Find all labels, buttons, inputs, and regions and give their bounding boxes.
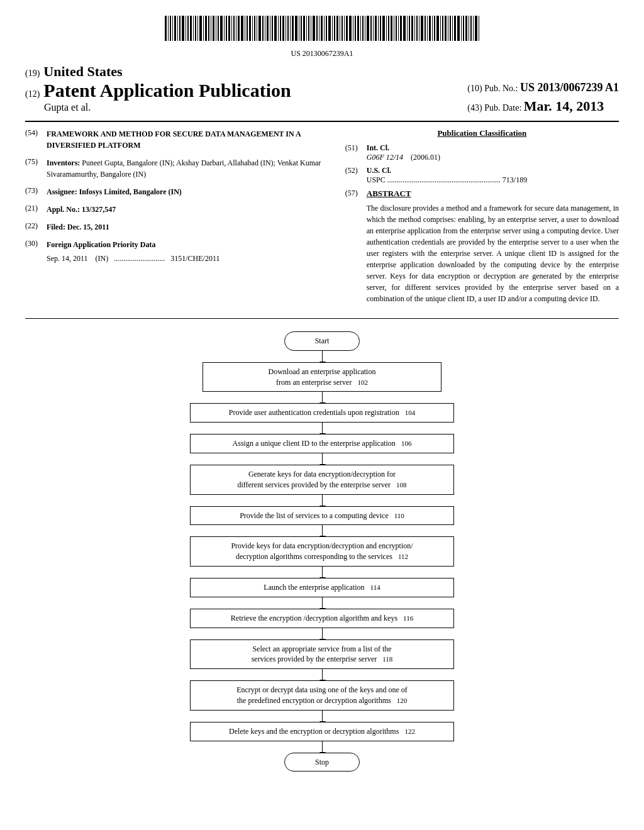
foreign-field: (30) Foreign Application Priority Data S…	[25, 239, 326, 264]
svg-rect-112	[452, 16, 453, 41]
abstract-text: The disclosure provides a method and a f…	[367, 202, 619, 304]
svg-rect-87	[388, 16, 389, 41]
flow-step-112-text: Provide keys for data encryption/decrypt…	[231, 541, 413, 561]
svg-rect-85	[382, 16, 385, 41]
svg-rect-109	[445, 16, 447, 41]
us-cl-label: U.S. Cl.	[367, 166, 391, 175]
arrow-1	[322, 392, 323, 403]
svg-rect-103	[429, 16, 431, 41]
filed-label: Filed:	[47, 223, 65, 231]
svg-rect-93	[403, 16, 406, 41]
appl-value: 13/327,547	[82, 205, 116, 214]
svg-rect-28	[236, 16, 236, 41]
svg-rect-76	[360, 16, 361, 41]
svg-rect-43	[274, 16, 277, 41]
svg-rect-75	[357, 16, 359, 41]
flow-step-120: Encrypt or decrypt data using one of the…	[190, 680, 454, 711]
header-left: (19) United States (12) Patent Applicati…	[25, 64, 455, 113]
svg-rect-107	[440, 16, 441, 41]
svg-rect-82	[375, 16, 377, 41]
svg-rect-16	[205, 16, 207, 41]
foreign-dots: ...........................	[114, 254, 165, 263]
svg-rect-84	[380, 16, 381, 41]
pub-date-prefix: Pub. Date:	[484, 103, 521, 113]
svg-rect-122	[479, 16, 479, 41]
patent-number: US 20130067239A1	[25, 49, 619, 58]
title-label: FRAMEWORK AND METHOD FOR SECURE DATA MAN…	[47, 130, 301, 150]
country-name: United States	[43, 64, 122, 80]
svg-rect-56	[308, 16, 309, 41]
svg-rect-22	[220, 16, 223, 41]
pub-type: Patent Application Publication	[43, 80, 291, 101]
svg-rect-61	[321, 16, 323, 41]
pub-no-label: (10)	[467, 84, 482, 93]
flow-step-108-num: 108	[396, 481, 407, 489]
svg-rect-48	[287, 16, 289, 41]
pub-date-line: (43) Pub. Date: Mar. 14, 2013	[467, 98, 619, 114]
country-label: (19)	[25, 69, 40, 79]
svg-rect-115	[461, 16, 462, 41]
svg-rect-42	[272, 16, 273, 41]
flow-step-102: Download an enterprise applicationfrom a…	[203, 362, 441, 392]
flow-start: Start	[284, 331, 360, 351]
arrow-9	[322, 669, 323, 680]
right-column: Publication Classification (51) Int. Cl.…	[345, 128, 619, 308]
flow-step-104-text: Provide user authentication credentials …	[229, 408, 399, 417]
svg-rect-7	[182, 16, 184, 41]
svg-rect-79	[367, 16, 369, 41]
svg-rect-2	[170, 16, 171, 41]
abstract-title: ABSTRACT	[367, 189, 619, 199]
svg-rect-104	[432, 16, 433, 41]
svg-rect-96	[411, 16, 413, 41]
svg-rect-37	[258, 16, 261, 41]
header: (19) United States (12) Patent Applicati…	[25, 64, 619, 114]
svg-rect-5	[177, 16, 178, 41]
svg-rect-34	[252, 16, 253, 41]
svg-rect-121	[475, 16, 477, 41]
assignee-num: (73)	[25, 186, 47, 197]
svg-rect-51	[295, 16, 297, 41]
foreign-country: (IN)	[96, 254, 109, 263]
svg-rect-39	[265, 16, 265, 41]
us-cl-num: (52)	[345, 166, 367, 185]
svg-rect-29	[238, 16, 240, 41]
svg-rect-26	[231, 16, 232, 41]
svg-rect-25	[228, 16, 230, 41]
svg-rect-113	[454, 16, 456, 41]
foreign-num: (30)	[25, 239, 47, 264]
svg-rect-62	[324, 16, 325, 41]
arrow-11	[322, 741, 323, 753]
svg-rect-91	[398, 16, 399, 41]
flow-step-118-num: 118	[382, 655, 392, 663]
svg-rect-77	[362, 16, 364, 41]
svg-rect-78	[365, 16, 365, 41]
abstract-row: (57) ABSTRACT The disclosure provides a …	[345, 189, 619, 304]
svg-rect-102	[427, 16, 428, 41]
arrow-2	[322, 423, 323, 434]
svg-rect-108	[442, 16, 443, 41]
svg-rect-92	[400, 16, 402, 41]
main-content: (54) FRAMEWORK AND METHOD FOR SECURE DAT…	[25, 128, 619, 308]
title-content: FRAMEWORK AND METHOD FOR SECURE DATA MAN…	[47, 128, 326, 151]
svg-rect-21	[218, 16, 219, 41]
assignee-field: (73) Assignee: Infosys Limited, Bangalor…	[25, 186, 326, 197]
flow-step-102-num: 102	[357, 379, 368, 386]
int-cl-code: G06F 12/14	[367, 153, 403, 162]
flow-step-108: Generate keys for data encryption/decryp…	[190, 465, 454, 495]
arrow-8	[322, 628, 323, 639]
foreign-content: Foreign Application Priority Data Sep. 1…	[47, 239, 326, 264]
svg-rect-14	[199, 16, 202, 41]
flow-step-120-num: 120	[397, 697, 408, 704]
svg-rect-110	[448, 16, 448, 41]
int-cl-row: (51) Int. Cl. G06F 12/14 (2006.01)	[345, 143, 619, 162]
svg-rect-63	[326, 16, 327, 41]
foreign-appl: 3151/CHE/2011	[170, 254, 219, 263]
svg-rect-3	[172, 16, 173, 41]
pub-no-line: (10) Pub. No.: US 2013/0067239 A1	[467, 81, 619, 94]
foreign-date: Sep. 14, 2011	[47, 254, 88, 263]
svg-rect-53	[301, 16, 302, 41]
us-cl-row: (52) U.S. Cl. USPC .....................…	[345, 166, 619, 185]
flow-container: Start Download an enterprise application…	[63, 331, 581, 772]
flow-step-112-num: 112	[398, 553, 408, 560]
svg-rect-11	[193, 16, 194, 41]
